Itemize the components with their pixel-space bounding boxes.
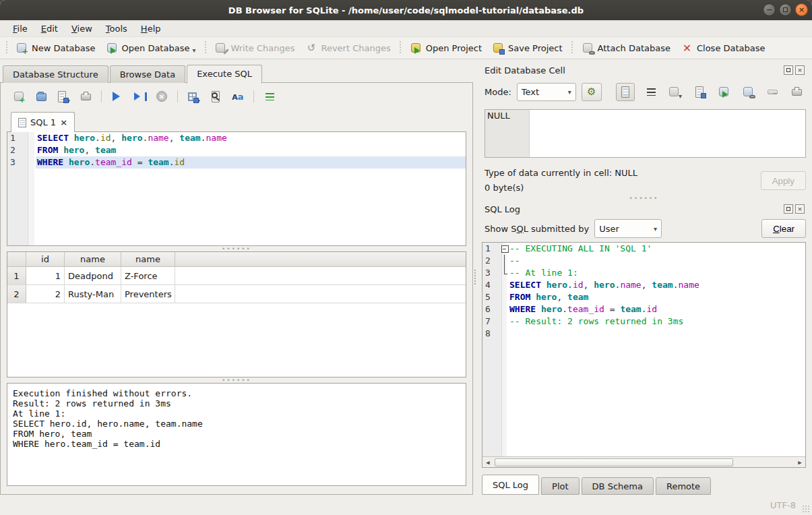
word-wrap-button[interactable] (261, 88, 278, 104)
close-button[interactable]: × (795, 3, 808, 16)
text-mode-button[interactable] (616, 83, 635, 101)
float-dock-icon[interactable] (784, 204, 793, 214)
print-sql-button[interactable] (77, 88, 94, 104)
menu-help[interactable]: Help (135, 22, 167, 36)
table-row[interactable]: 2 2 Rusty-Man Preventers (7, 285, 466, 303)
code-line: 1-- EXECUTING ALL IN 'SQL 1' (482, 243, 805, 255)
cell-id[interactable]: 1 (26, 267, 65, 284)
float-dock-icon[interactable] (784, 65, 793, 75)
scroll-left-icon[interactable]: ◀ (482, 459, 493, 466)
submitted-by-select[interactable]: User ▾ (594, 219, 662, 238)
close-dock-icon[interactable]: × (795, 65, 805, 75)
print-cell-button[interactable] (788, 84, 805, 100)
revert-changes-button[interactable]: ↺ Revert Changes (301, 40, 395, 57)
scrollbar-thumb[interactable] (495, 458, 733, 466)
sql-editor[interactable]: 1SELECT hero.id, hero.name, team.name2FR… (7, 131, 466, 246)
open-database-button[interactable]: Open Database ▾ (102, 40, 201, 57)
gear-icon: ⚙ (587, 87, 596, 97)
execute-current-line-button[interactable] (131, 88, 148, 104)
menu-file[interactable]: File (7, 22, 34, 36)
app-window: DB Browser for SQLite - /home/user/code/… (0, 0, 812, 515)
set-null-button[interactable] (764, 84, 780, 100)
menu-view[interactable]: View (65, 22, 98, 36)
tab-db-schema[interactable]: DB Schema (582, 477, 654, 495)
stop-execution-button[interactable]: × (154, 88, 170, 104)
sql-document-tab[interactable]: SQL 1 × (11, 112, 75, 132)
code-line: 7-- Result: 2 rows returned in 3ms (482, 315, 805, 328)
open-sql-file-button[interactable] (33, 88, 49, 104)
cell-id[interactable]: 2 (26, 285, 65, 303)
execute-all-button[interactable] (109, 88, 125, 104)
cell-hero-name[interactable]: Deadpond (65, 267, 121, 284)
export-data-button[interactable] (691, 84, 708, 100)
cell-value-editor[interactable]: NULL (485, 109, 806, 158)
tab-browse-data[interactable]: Browse Data (110, 65, 186, 83)
close-dock-icon[interactable]: × (795, 204, 805, 214)
save-project-button[interactable]: Save Project (488, 40, 567, 57)
title-bar: DB Browser for SQLite - /home/user/code/… (0, 0, 812, 20)
cell-edit-area[interactable] (530, 110, 805, 157)
cell-type-info: Type of data currently in cell: NULL (485, 166, 761, 181)
word-wrap-cell-button[interactable] (643, 84, 659, 100)
row-header[interactable]: 2 (7, 285, 26, 303)
save-results-button[interactable]: ▾ (185, 88, 201, 104)
tab-database-structure[interactable]: Database Structure (3, 65, 108, 83)
format-sql-button[interactable]: Aa (230, 88, 246, 104)
find-button[interactable] (208, 88, 224, 104)
close-database-button[interactable]: ✕ Close Database (677, 40, 770, 57)
resize-grip[interactable] (802, 505, 810, 513)
fold-marker-icon[interactable] (501, 243, 508, 255)
copy-link-button[interactable] (740, 84, 756, 100)
write-changes-button[interactable]: Write Changes (210, 40, 299, 57)
tab-sql-log[interactable]: SQL Log (482, 475, 539, 495)
row-header[interactable]: 1 (7, 267, 26, 284)
import-data-button[interactable]: ▾ (667, 84, 683, 100)
splitter-handle[interactable]: •••••• (7, 377, 466, 383)
open-in-external-button[interactable] (716, 84, 732, 100)
close-tab-icon[interactable]: × (60, 117, 67, 127)
execute-icon (113, 92, 125, 101)
execution-message: Execution finished without errors. Resul… (13, 388, 460, 449)
minimize-button[interactable]: − (763, 3, 776, 16)
open-database-icon (106, 42, 118, 54)
auto-switch-mode-button[interactable]: ⚙ (582, 83, 602, 101)
cell-team-name[interactable]: Preventers (121, 285, 175, 303)
splitter-handle[interactable]: •••••• (7, 246, 466, 251)
tab-plot[interactable]: Plot (541, 477, 580, 495)
save-sql-file-button[interactable]: ▾ (55, 88, 71, 104)
fold-marker-icon[interactable] (501, 255, 508, 267)
mode-select[interactable]: Text ▾ (517, 83, 576, 101)
new-sql-tab-button[interactable]: + (11, 88, 27, 104)
column-header-id[interactable]: id (26, 252, 65, 266)
attach-database-button[interactable]: Attach Database (577, 40, 675, 57)
column-header-name[interactable]: name (65, 252, 121, 266)
open-file-icon (36, 93, 46, 101)
horizontal-scrollbar[interactable]: ◀ ▶ (482, 456, 805, 467)
cell-team-name[interactable]: Z-Force (121, 267, 175, 284)
text-document-icon (621, 86, 629, 98)
tab-remote[interactable]: Remote (656, 477, 711, 495)
encoding-indicator[interactable]: UTF-8 (770, 500, 796, 510)
sql-log-code[interactable]: 1-- EXECUTING ALL IN 'SQL 1'2--3-- At li… (482, 243, 805, 456)
sql-log-filter-row: Show SQL submitted by User ▾ Clear (482, 217, 806, 240)
cell-hero-name[interactable]: Rusty-Man (65, 285, 121, 303)
new-database-button[interactable]: + New Database (11, 40, 100, 57)
clear-log-button[interactable]: Clear (761, 219, 806, 238)
apply-button[interactable]: Apply (761, 171, 806, 190)
maximize-icon (783, 7, 788, 12)
save-project-icon (493, 42, 504, 54)
chevron-down-icon: ▾ (568, 88, 571, 96)
tab-execute-sql[interactable]: Execute SQL (187, 65, 262, 84)
scroll-right-icon[interactable]: ▶ (794, 459, 805, 466)
open-database-dropdown-icon[interactable]: ▾ (192, 47, 195, 54)
menu-edit[interactable]: Edit (35, 22, 64, 36)
fold-marker-icon[interactable] (501, 267, 508, 279)
menu-tools[interactable]: Tools (100, 22, 133, 36)
maximize-button[interactable] (779, 3, 792, 16)
table-row[interactable]: 1 1 Deadpond Z-Force (7, 267, 466, 285)
sql-log-title: SQL Log (485, 204, 782, 214)
column-header-name[interactable]: name (121, 252, 175, 266)
splitter-handle[interactable]: •••••• (482, 195, 806, 201)
toolbar-grip (571, 41, 574, 55)
open-project-button[interactable]: Open Project (406, 40, 487, 57)
